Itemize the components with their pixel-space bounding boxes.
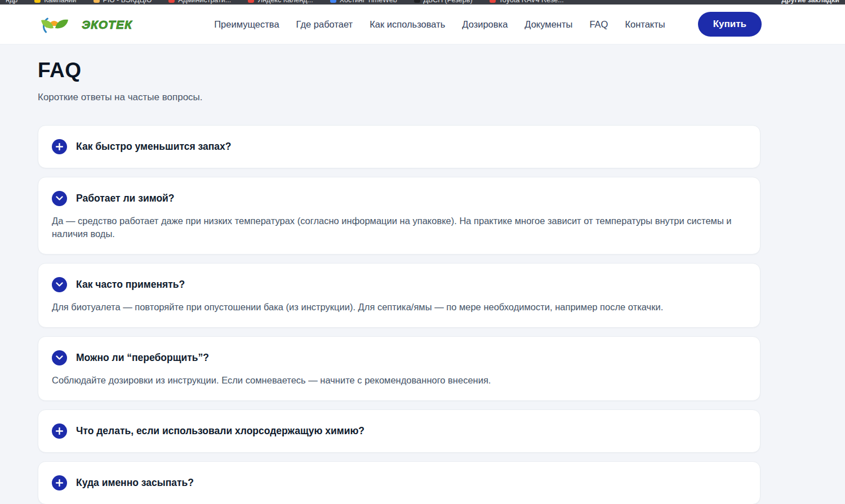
bookmark-item[interactable]: ндр: [6, 0, 17, 4]
other-bookmarks-button[interactable]: Другие закладки: [781, 0, 839, 4]
faq-item[interactable]: Что делать, если использовали хлорсодерж…: [38, 409, 760, 453]
page-title: FAQ: [38, 59, 762, 82]
browser-bookmarks-bar: ндр Кампании РЮ - БЭКДЦЮ Администрати...…: [0, 0, 845, 5]
bookmark-favicon: [34, 0, 41, 3]
faq-question: Куда именно засыпать?: [76, 477, 194, 489]
bookmark-item[interactable]: Toyota RAV4 Rese...: [490, 0, 564, 4]
bookmark-item[interactable]: РЮ - БЭКДЦЮ: [94, 0, 152, 4]
logo[interactable]: ЭКОТЕК: [37, 11, 141, 37]
faq-question-row[interactable]: Что делать, если использовали хлорсодерж…: [52, 423, 746, 439]
nav-dosage[interactable]: Дозировка: [462, 19, 508, 30]
faq-question: Как быстро уменьшится запах?: [76, 141, 231, 153]
chevron-down-icon[interactable]: [52, 277, 67, 292]
faq-item[interactable]: Работает ли зимой? Да — средство работае…: [38, 177, 760, 255]
faq-section: FAQ Короткие ответы на частые вопросы. К…: [0, 44, 762, 504]
faq-answer: Соблюдайте дозировки из инструкции. Если…: [52, 374, 746, 387]
faq-question: Что делать, если использовали хлорсодерж…: [76, 425, 364, 437]
site-header: ЭКОТЕК Преимущества Где работает Как исп…: [0, 5, 845, 44]
faq-answer: Для биотуалета — повторяйте при опустоше…: [52, 301, 746, 314]
chevron-down-icon[interactable]: [52, 350, 67, 365]
bookmark-item[interactable]: ДБСП (Резерв): [414, 0, 473, 4]
faq-question: Работает ли зимой?: [76, 193, 175, 204]
nav-how-to-use[interactable]: Как использовать: [370, 19, 445, 30]
faq-item[interactable]: Куда именно засыпать?: [38, 461, 760, 504]
faq-question: Можно ли “переборщить”?: [76, 352, 209, 364]
buy-button[interactable]: Купить: [698, 12, 762, 37]
main-nav: Преимущества Где работает Как использова…: [214, 12, 762, 37]
logo-leaf-sun-icon: [37, 11, 79, 37]
faq-list: Как быстро уменьшится запах? Работает ли…: [38, 125, 760, 504]
faq-question-row[interactable]: Как часто применять?: [52, 277, 746, 292]
nav-where-it-works[interactable]: Где работает: [296, 19, 353, 30]
logo-wordmark: ЭКОТЕК: [81, 16, 141, 33]
faq-question-row[interactable]: Как быстро уменьшится запах?: [52, 139, 746, 154]
bookmark-folder-icon: [94, 0, 100, 3]
plus-icon[interactable]: [52, 475, 67, 490]
nav-faq[interactable]: FAQ: [589, 19, 608, 30]
faq-question-row[interactable]: Можно ли “переборщить”?: [52, 350, 746, 365]
plus-icon[interactable]: [52, 423, 67, 439]
plus-icon[interactable]: [52, 139, 67, 154]
faq-item[interactable]: Как быстро уменьшится запах?: [38, 125, 760, 168]
bookmark-item[interactable]: Администрати...: [168, 0, 231, 4]
bookmark-favicon: [168, 0, 175, 3]
faq-answer: Да — средство работает даже при низких т…: [52, 215, 746, 240]
faq-question: Как часто применять?: [76, 279, 185, 291]
nav-advantages[interactable]: Преимущества: [214, 19, 279, 30]
bookmark-favicon: [330, 0, 336, 3]
nav-documents[interactable]: Документы: [524, 19, 572, 30]
faq-question-row[interactable]: Работает ли зимой?: [52, 191, 746, 206]
bookmark-favicon: [490, 0, 496, 3]
faq-question-row[interactable]: Куда именно засыпать?: [52, 475, 746, 490]
faq-item[interactable]: Как часто применять? Для биотуалета — по…: [38, 263, 760, 328]
bookmark-item[interactable]: Яндекс Календ...: [248, 0, 313, 4]
bookmark-item[interactable]: Кампании: [34, 0, 76, 4]
faq-item[interactable]: Можно ли “переборщить”? Соблюдайте дозир…: [38, 336, 760, 401]
chevron-down-icon[interactable]: [52, 191, 67, 206]
svg-text:ЭКОТЕК: ЭКОТЕК: [82, 18, 133, 31]
page-subtitle: Короткие ответы на частые вопросы.: [38, 92, 762, 103]
nav-contacts[interactable]: Контакты: [625, 19, 665, 30]
bookmark-favicon: [414, 0, 420, 3]
bookmark-item[interactable]: Хостинг TimeWeb: [330, 0, 397, 4]
bookmark-favicon: [248, 0, 254, 3]
